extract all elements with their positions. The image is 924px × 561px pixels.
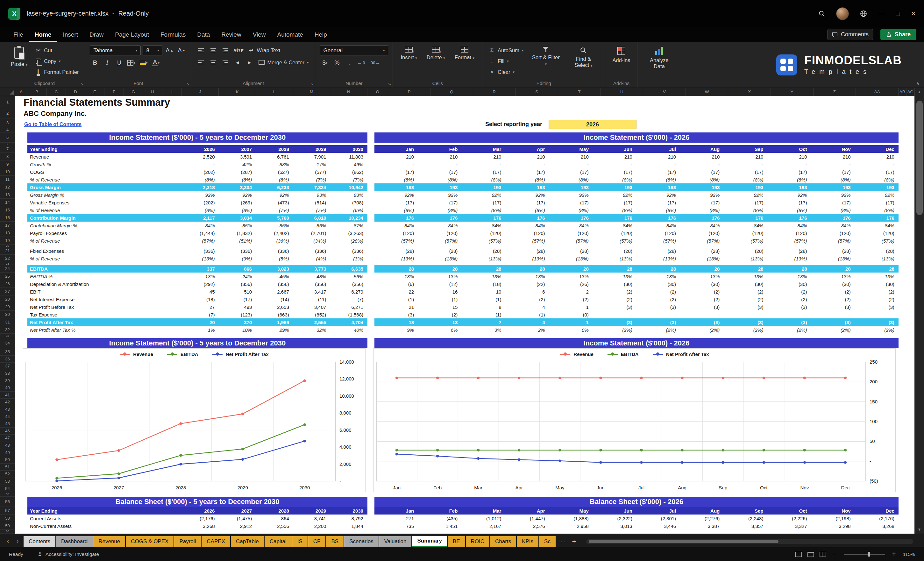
row-header-22[interactable]: 22 xyxy=(0,255,15,262)
row-header-16[interactable]: 16 xyxy=(0,214,15,222)
value-cell[interactable]: 28 xyxy=(680,265,724,273)
value-cell[interactable]: (1,475) xyxy=(219,514,256,522)
value-cell[interactable]: (13%) xyxy=(593,255,636,262)
row-header-30[interactable]: 30 xyxy=(0,311,15,318)
menu-help[interactable]: Help xyxy=(309,27,333,42)
value-cell[interactable]: - xyxy=(811,160,855,168)
format-painter-button[interactable]: Format Painter xyxy=(33,67,81,77)
sheet-tab-kpis[interactable]: KPIs xyxy=(517,536,538,547)
value-cell[interactable]: - xyxy=(418,160,462,168)
horizontal-scrollbar-thumb[interactable] xyxy=(589,540,778,543)
value-cell[interactable]: 28 xyxy=(375,265,418,273)
value-cell[interactable]: (3) xyxy=(680,303,724,311)
increase-indent-button[interactable]: ▸ xyxy=(244,58,254,67)
value-cell[interactable]: 3,407 xyxy=(293,303,330,311)
value-cell[interactable]: 193 xyxy=(462,183,505,191)
period-header-cell[interactable]: 2027 xyxy=(219,507,256,514)
value-cell[interactable]: (7) xyxy=(330,296,368,303)
value-cell[interactable]: (8%) xyxy=(593,206,636,214)
value-cell[interactable]: (2%) xyxy=(811,326,855,334)
value-cell[interactable]: 3,304 xyxy=(219,183,256,191)
value-cell[interactable]: 193 xyxy=(593,183,636,191)
value-cell[interactable]: (8%) xyxy=(767,206,811,214)
row-header-60[interactable]: 60 xyxy=(0,530,15,534)
value-cell[interactable]: - xyxy=(680,160,724,168)
row-header-37[interactable]: 37 xyxy=(0,363,15,370)
value-cell[interactable]: 92% xyxy=(418,191,462,199)
row-label-cell[interactable]: % of Revenue xyxy=(27,255,182,262)
sheet-tab-roic[interactable]: ROIC xyxy=(466,536,490,547)
font-color-button[interactable]: A▾ xyxy=(151,58,161,68)
value-cell[interactable]: - xyxy=(505,160,549,168)
row-label-cell[interactable]: % of Revenue xyxy=(27,206,182,214)
value-cell[interactable]: (28) xyxy=(636,247,680,255)
value-cell[interactable]: 193 xyxy=(767,183,811,191)
value-cell[interactable]: (13%) xyxy=(505,255,549,262)
value-cell[interactable]: (2) xyxy=(593,288,636,296)
value-cell[interactable]: 176 xyxy=(505,214,549,222)
value-cell[interactable]: (17) xyxy=(724,168,767,176)
value-cell[interactable]: (8%) xyxy=(256,176,293,183)
value-cell[interactable]: (8%) xyxy=(182,206,219,214)
value-cell[interactable]: 32% xyxy=(293,326,330,334)
period-header-cell[interactable]: Aug xyxy=(680,507,724,514)
value-cell[interactable]: 28 xyxy=(549,265,593,273)
value-cell[interactable]: - xyxy=(855,160,898,168)
value-cell[interactable]: (3%) xyxy=(330,255,368,262)
value-cell[interactable]: 2,576 xyxy=(505,522,549,530)
row-header-58[interactable]: 58 xyxy=(0,514,15,522)
period-header-cell[interactable]: 2027 xyxy=(219,145,256,153)
value-cell[interactable]: 92% xyxy=(636,191,680,199)
row-header-59[interactable]: 59 xyxy=(0,522,15,530)
row-header-7[interactable]: 7 xyxy=(0,145,15,153)
value-cell[interactable]: (8%) xyxy=(462,176,505,183)
value-cell[interactable]: 10,234 xyxy=(330,214,368,222)
value-cell[interactable]: (2,176) xyxy=(855,514,898,522)
value-cell[interactable]: (3) xyxy=(593,303,636,311)
period-header-cell[interactable]: Jan xyxy=(375,507,418,514)
row-header-10[interactable]: 10 xyxy=(0,168,15,176)
comments-button[interactable]: Comments xyxy=(827,29,873,40)
scroll-down-icon[interactable]: ▼ xyxy=(915,525,924,534)
font-name-select[interactable]: Tahoma▾ xyxy=(90,45,141,56)
value-cell[interactable]: (17) xyxy=(462,168,505,176)
column-header-B[interactable]: B xyxy=(27,88,47,96)
value-cell[interactable]: 271 xyxy=(375,514,418,522)
value-cell[interactable]: (4%) xyxy=(293,255,330,262)
value-cell[interactable]: (17) xyxy=(505,199,549,206)
value-cell[interactable]: (3) xyxy=(767,318,811,326)
sheet-tab-contents[interactable]: Contents xyxy=(24,536,56,547)
paste-button[interactable]: Paste ▾ xyxy=(8,45,30,69)
menu-file[interactable]: File xyxy=(8,27,29,42)
sheet-tab-capital[interactable]: Capital xyxy=(265,536,292,547)
value-cell[interactable]: - xyxy=(724,311,767,318)
row-header-2[interactable]: 2 xyxy=(0,108,15,118)
value-cell[interactable]: 92% xyxy=(375,191,418,199)
sheet-tab-bs[interactable]: BS xyxy=(326,536,344,547)
value-cell[interactable]: (28) xyxy=(855,247,898,255)
value-cell[interactable]: 92% xyxy=(219,191,256,199)
value-cell[interactable]: (2) xyxy=(811,288,855,296)
scroll-up-icon[interactable]: ▲ xyxy=(915,88,924,96)
value-cell[interactable]: (17) xyxy=(418,199,462,206)
column-header-S[interactable]: S xyxy=(516,88,558,96)
column-header-AA[interactable]: AA xyxy=(856,88,898,96)
value-cell[interactable]: 176 xyxy=(811,214,855,222)
period-header-cell[interactable]: 2029 xyxy=(293,145,330,153)
value-cell[interactable]: 84% xyxy=(182,222,219,229)
row-label-cell[interactable]: Contribution Margin % xyxy=(27,222,182,229)
value-cell[interactable]: 28 xyxy=(593,265,636,273)
column-header-AC[interactable]: AC xyxy=(906,88,915,96)
value-cell[interactable]: (8%) xyxy=(724,176,767,183)
value-cell[interactable]: 6,761 xyxy=(256,153,293,160)
row-header-14[interactable]: 14 xyxy=(0,199,15,206)
value-cell[interactable]: (17) xyxy=(680,199,724,206)
value-cell[interactable]: (8%) xyxy=(505,206,549,214)
value-cell[interactable]: (3) xyxy=(375,311,418,318)
menu-data[interactable]: Data xyxy=(191,27,216,42)
column-header-K[interactable]: K xyxy=(219,88,256,96)
row-label-cell[interactable]: Net Profit After Tax xyxy=(27,318,182,326)
value-cell[interactable]: (8%) xyxy=(680,176,724,183)
value-cell[interactable]: (57%) xyxy=(418,237,462,244)
value-cell[interactable]: (120) xyxy=(549,229,593,237)
